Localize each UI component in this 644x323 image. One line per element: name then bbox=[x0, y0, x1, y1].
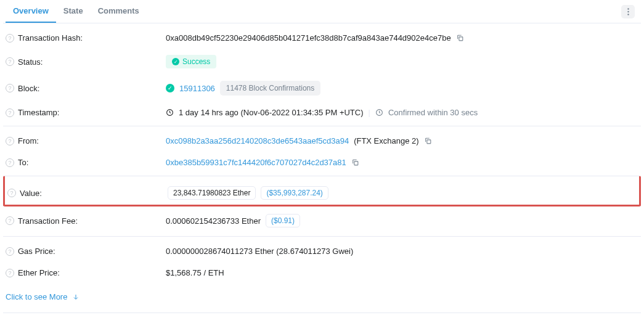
to-address-link[interactable]: 0xbe385b59931c7fc144420f6c707027d4c2d37a… bbox=[166, 158, 346, 167]
tab-overview[interactable]: Overview bbox=[6, 0, 56, 23]
timestamp-confirmed: Confirmed within 30 secs bbox=[388, 108, 478, 117]
tabs: Overview State Comments bbox=[3, 0, 641, 23]
timestamp-ago: 1 day 14 hrs ago (Nov-06-2022 01:34:35 P… bbox=[179, 108, 364, 117]
svg-point-0 bbox=[627, 8, 629, 9]
txfee-usd: ($0.91) bbox=[266, 214, 300, 227]
help-icon[interactable]: ? bbox=[6, 108, 14, 117]
clock-icon bbox=[166, 108, 174, 117]
tab-comments[interactable]: Comments bbox=[91, 0, 147, 23]
see-more-link[interactable]: Click to see More bbox=[6, 292, 79, 301]
label-from: From: bbox=[18, 136, 39, 145]
help-icon[interactable]: ? bbox=[6, 216, 14, 225]
help-icon[interactable]: ? bbox=[6, 137, 14, 145]
more-menu-button[interactable] bbox=[621, 5, 635, 18]
see-more-text: Click to see More bbox=[6, 292, 67, 301]
help-icon[interactable]: ? bbox=[6, 247, 14, 256]
svg-point-2 bbox=[627, 14, 629, 15]
from-name: (FTX Exchange 2) bbox=[354, 136, 419, 145]
value-eth: 23,843.71980823 Ether bbox=[168, 186, 256, 200]
label-txfee: Transaction Fee: bbox=[18, 216, 78, 226]
help-icon[interactable]: ? bbox=[6, 84, 14, 92]
etherprice-value: $1,568.75 / ETH bbox=[166, 268, 224, 277]
label-gasprice: Gas Price: bbox=[18, 247, 55, 256]
from-address-link[interactable]: 0xc098b2a3aa256d2140208c3de6543aaef5cd3a… bbox=[166, 136, 349, 145]
check-icon: ✓ bbox=[172, 58, 179, 65]
row-value: ?Value: 23,843.71980823 Ether ($35,993,2… bbox=[3, 176, 641, 206]
label-timestamp: Timestamp: bbox=[18, 108, 59, 117]
row-block: ?Block: ✓ 15911306 11478 Block Confirmat… bbox=[3, 75, 641, 102]
txfee-eth: 0.000602154236733 Ether bbox=[166, 216, 261, 226]
copy-icon[interactable] bbox=[424, 137, 432, 145]
help-icon[interactable]: ? bbox=[6, 158, 14, 167]
row-to: ?To: 0xbe385b59931c7fc144420f6c707027d4c… bbox=[3, 152, 641, 173]
svg-rect-6 bbox=[427, 140, 431, 144]
label-value: Value: bbox=[20, 189, 42, 198]
txhash-value: 0xa008db49cf52230e29406d85b041271efc38d8… bbox=[166, 33, 451, 43]
label-etherprice: Ether Price: bbox=[18, 268, 60, 277]
label-block: Block: bbox=[18, 84, 39, 93]
svg-rect-3 bbox=[459, 37, 463, 41]
row-status: ?Status: ✓ Success bbox=[3, 49, 641, 75]
label-to: To: bbox=[18, 158, 28, 167]
row-more: Click to see More bbox=[3, 284, 641, 310]
row-txhash: ?Transaction Hash: 0xa008db49cf52230e294… bbox=[3, 27, 641, 49]
help-icon[interactable]: ? bbox=[6, 57, 14, 66]
row-gasprice: ?Gas Price: 0.000000028674011273 Ether (… bbox=[3, 236, 641, 262]
status-badge: ✓ Success bbox=[166, 55, 216, 68]
arrow-down-icon bbox=[72, 293, 79, 301]
block-link[interactable]: 15911306 bbox=[179, 84, 215, 93]
label-status: Status: bbox=[18, 57, 43, 67]
help-icon[interactable]: ? bbox=[6, 34, 14, 43]
row-privatenote: ?Private Note: To access the Private Not… bbox=[3, 313, 641, 323]
tab-state[interactable]: State bbox=[56, 0, 91, 23]
block-confirmations: 11478 Block Confirmations bbox=[220, 81, 320, 96]
row-timestamp: ?Timestamp: 1 day 14 hrs ago (Nov-06-202… bbox=[3, 102, 641, 123]
clock-icon bbox=[375, 108, 383, 117]
help-icon[interactable]: ? bbox=[6, 269, 14, 277]
label-txhash: Transaction Hash: bbox=[18, 33, 83, 43]
row-etherprice: ?Ether Price: $1,568.75 / ETH bbox=[3, 262, 641, 284]
help-icon[interactable]: ? bbox=[7, 189, 16, 197]
copy-icon[interactable] bbox=[351, 158, 359, 166]
status-text: Success bbox=[182, 57, 210, 66]
svg-rect-7 bbox=[354, 162, 358, 165]
row-txfee: ?Transaction Fee: 0.000602154236733 Ethe… bbox=[3, 208, 641, 234]
copy-icon[interactable] bbox=[456, 34, 464, 42]
svg-point-1 bbox=[627, 10, 629, 12]
gasprice-value: 0.000000028674011273 Ether (28.674011273… bbox=[166, 247, 353, 256]
check-icon: ✓ bbox=[166, 84, 174, 92]
value-usd: ($35,993,287.24) bbox=[261, 186, 328, 200]
row-from: ?From: 0xc098b2a3aa256d2140208c3de6543aa… bbox=[3, 126, 641, 152]
separator: | bbox=[369, 108, 370, 117]
